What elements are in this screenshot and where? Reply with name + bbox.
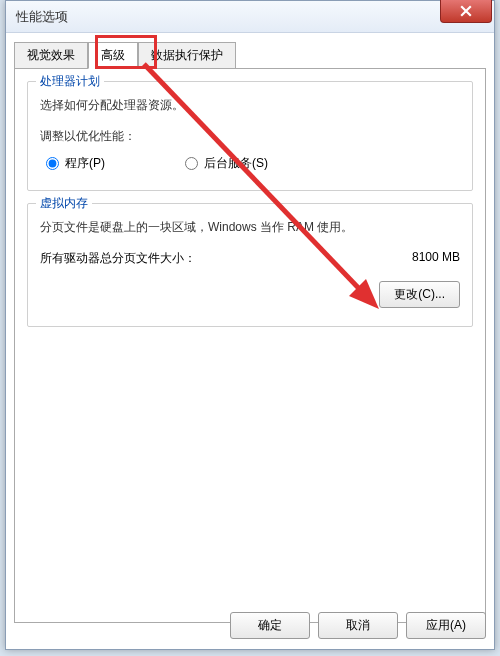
apply-button[interactable]: 应用(A) xyxy=(406,612,486,639)
tab-dep[interactable]: 数据执行保护 xyxy=(138,42,236,69)
tab-content: 处理器计划 选择如何分配处理器资源。 调整以优化性能： 程序(P) 后台服务(S… xyxy=(14,68,486,623)
radio-programs[interactable]: 程序(P) xyxy=(46,155,105,172)
change-button[interactable]: 更改(C)... xyxy=(379,281,460,308)
window-title: 性能选项 xyxy=(16,8,68,26)
processor-legend: 处理器计划 xyxy=(36,73,104,90)
vm-total-value: 8100 MB xyxy=(412,250,460,267)
vm-total-label: 所有驱动器总分页文件大小： xyxy=(40,250,196,267)
titlebar: 性能选项 xyxy=(6,1,494,33)
optimize-label: 调整以优化性能： xyxy=(40,128,460,145)
vm-legend: 虚拟内存 xyxy=(36,195,92,212)
radio-programs-input[interactable] xyxy=(46,157,59,170)
radio-background[interactable]: 后台服务(S) xyxy=(185,155,268,172)
vm-desc: 分页文件是硬盘上的一块区域，Windows 当作 RAM 使用。 xyxy=(40,218,460,236)
ok-button[interactable]: 确定 xyxy=(230,612,310,639)
radio-programs-label: 程序(P) xyxy=(65,155,105,172)
close-button[interactable] xyxy=(440,0,492,23)
tab-visual-effects[interactable]: 视觉效果 xyxy=(14,42,88,69)
radio-row: 程序(P) 后台服务(S) xyxy=(40,155,460,172)
tab-advanced[interactable]: 高级 xyxy=(88,42,138,69)
processor-scheduling-group: 处理器计划 选择如何分配处理器资源。 调整以优化性能： 程序(P) 后台服务(S… xyxy=(27,81,473,191)
tab-strip: 视觉效果 高级 数据执行保护 xyxy=(6,33,494,68)
processor-desc: 选择如何分配处理器资源。 xyxy=(40,96,460,114)
performance-options-window: 性能选项 视觉效果 高级 数据执行保护 处理器计划 选择如何分配处理器资源。 调… xyxy=(5,0,495,650)
radio-background-input[interactable] xyxy=(185,157,198,170)
dialog-buttons: 确定 取消 应用(A) xyxy=(14,612,486,639)
cancel-button[interactable]: 取消 xyxy=(318,612,398,639)
close-icon xyxy=(460,5,472,17)
virtual-memory-group: 虚拟内存 分页文件是硬盘上的一块区域，Windows 当作 RAM 使用。 所有… xyxy=(27,203,473,327)
radio-background-label: 后台服务(S) xyxy=(204,155,268,172)
vm-button-row: 更改(C)... xyxy=(40,281,460,308)
vm-total-row: 所有驱动器总分页文件大小： 8100 MB xyxy=(40,250,460,267)
